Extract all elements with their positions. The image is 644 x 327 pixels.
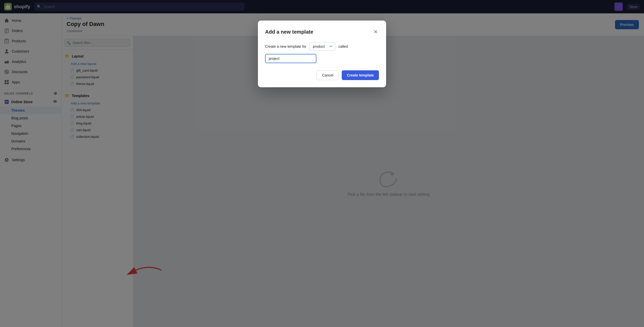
modal-body: Create a new template for product collec… — [265, 42, 379, 63]
add-template-modal: Add a new template ✕ Create a new templa… — [258, 21, 386, 87]
modal-header: Add a new template ✕ — [265, 28, 379, 36]
create-template-label: Create a new template for — [265, 44, 306, 49]
called-label: called — [338, 44, 348, 49]
template-type-select[interactable]: product collection article blog cart pag… — [309, 42, 335, 51]
cancel-button[interactable]: Cancel — [317, 70, 339, 80]
template-name-input[interactable] — [265, 54, 316, 63]
modal-overlay: Add a new template ✕ Create a new templa… — [0, 0, 644, 327]
modal-close-button[interactable]: ✕ — [373, 28, 379, 36]
create-template-button[interactable]: Create template — [342, 70, 379, 80]
modal-title: Add a new template — [265, 29, 313, 35]
modal-footer: Cancel Create template — [265, 70, 379, 80]
